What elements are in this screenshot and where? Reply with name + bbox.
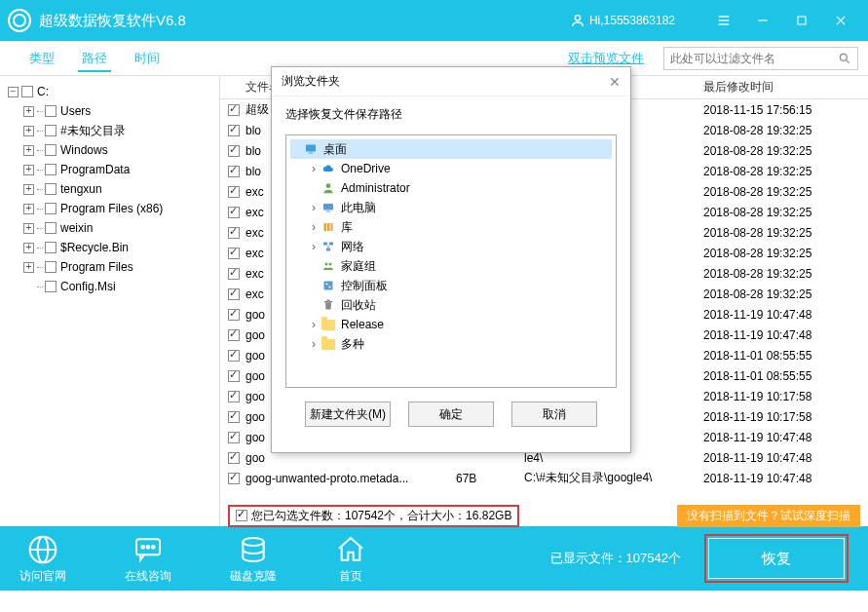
dialog-close-icon[interactable]: ✕ (609, 74, 621, 90)
row-checkbox[interactable] (228, 125, 240, 136)
tree-checkbox[interactable] (45, 281, 57, 292)
row-checkbox[interactable] (228, 248, 240, 259)
caret-icon[interactable]: › (308, 337, 320, 351)
row-checkbox[interactable] (228, 473, 240, 484)
row-checkbox[interactable] (228, 329, 240, 341)
folder-tree[interactable]: − C: +Users+#未知父目录+Windows+ProgramData+t… (0, 76, 220, 526)
tree-node[interactable]: +Users (19, 101, 215, 121)
tab-type[interactable]: 类型 (16, 41, 68, 76)
row-checkbox[interactable] (228, 207, 240, 218)
search-icon[interactable] (838, 52, 851, 65)
dialog-tree-node[interactable]: ›库 (308, 217, 612, 237)
row-checkbox[interactable] (228, 432, 240, 443)
tree-node[interactable]: +$Recycle.Bin (19, 238, 215, 257)
search-box[interactable] (663, 47, 858, 70)
dialog-tree-node[interactable]: 回收站 (308, 295, 612, 315)
expand-icon[interactable]: + (23, 106, 34, 117)
row-checkbox[interactable] (228, 227, 240, 239)
dialog-tree-node[interactable]: ›Release (308, 315, 612, 334)
caret-icon[interactable]: › (308, 162, 320, 175)
row-checkbox[interactable] (228, 391, 240, 402)
tree-checkbox[interactable] (45, 164, 57, 175)
expand-icon[interactable]: + (23, 184, 34, 195)
expand-icon[interactable]: + (23, 165, 34, 175)
file-row[interactable]: goog-unwanted-proto.metada...67BC:\#未知父目… (220, 468, 868, 488)
expand-icon[interactable]: + (23, 145, 34, 156)
dialog-tree-node[interactable]: 家庭组 (308, 256, 612, 276)
footer-home-button[interactable]: 首页 (335, 533, 366, 585)
tree-node[interactable]: +ProgramData (19, 160, 215, 179)
tree-checkbox[interactable] (45, 183, 57, 195)
caret-icon[interactable]: › (308, 318, 320, 331)
tree-checkbox[interactable] (45, 261, 57, 273)
expand-icon[interactable]: + (23, 223, 34, 234)
selection-checkbox[interactable] (236, 510, 247, 521)
tree-checkbox[interactable] (45, 125, 57, 136)
dialog-tree-node[interactable]: 控制面板 (308, 276, 612, 295)
expand-icon[interactable]: + (23, 126, 34, 136)
row-checkbox[interactable] (228, 350, 240, 362)
expand-icon[interactable]: + (23, 262, 34, 273)
footer-clone-button[interactable]: 磁盘克隆 (230, 533, 277, 585)
tree-checkbox[interactable] (45, 203, 57, 214)
dialog-tree-node[interactable]: ›OneDrive (308, 159, 612, 178)
deep-scan-link[interactable]: 没有扫描到文件？试试深度扫描 (677, 505, 860, 527)
row-checkbox[interactable] (228, 370, 240, 382)
user-info[interactable]: Hi,15553863182 (570, 13, 675, 28)
tree-node[interactable]: +Windows (19, 140, 215, 160)
row-checkbox[interactable] (228, 411, 240, 423)
tree-node[interactable]: +tengxun (19, 179, 215, 199)
expand-icon[interactable]: + (23, 204, 34, 214)
caret-icon[interactable]: › (308, 220, 320, 234)
close-button[interactable] (821, 0, 860, 41)
svg-rect-36 (327, 300, 330, 302)
dialog-folder-tree[interactable]: 桌面 ›OneDriveAdministrator›此电脑›库›网络家庭组控制面… (285, 134, 617, 388)
tree-node[interactable]: Config.Msi (19, 277, 215, 296)
preview-link[interactable]: 双击预览文件 (568, 50, 644, 67)
menu-icon[interactable] (704, 0, 743, 41)
dialog-tree-node[interactable]: Administrator (308, 178, 612, 198)
footer-chat-button[interactable]: 在线咨询 (125, 533, 171, 585)
dialog-titlebar[interactable]: 浏览文件夹 ✕ (272, 67, 630, 96)
tree-checkbox[interactable] (45, 144, 57, 156)
row-checkbox[interactable] (228, 309, 240, 321)
recover-button[interactable]: 恢复 (708, 538, 845, 579)
cancel-button[interactable]: 取消 (511, 402, 597, 427)
row-checkbox[interactable] (228, 268, 240, 280)
tree-checkbox[interactable] (45, 222, 57, 234)
ok-button[interactable]: 确定 (408, 402, 494, 427)
collapse-icon[interactable]: − (8, 87, 19, 97)
tree-node[interactable]: +Program Files (x86) (19, 199, 215, 218)
caret-icon[interactable]: › (308, 201, 320, 214)
tree-node[interactable]: +Program Files (19, 257, 215, 277)
row-checkbox[interactable] (228, 145, 240, 157)
tree-checkbox[interactable] (45, 105, 57, 117)
dialog-tree-node[interactable]: ›多种 (308, 334, 612, 354)
tree-node[interactable]: +#未知父目录 (19, 121, 215, 140)
row-checkbox[interactable] (228, 166, 240, 177)
dialog-tree-root[interactable]: 桌面 (290, 139, 612, 159)
footer-site-button[interactable]: 访问官网 (19, 533, 66, 585)
row-checkbox[interactable] (228, 452, 240, 464)
minimize-button[interactable] (743, 0, 782, 41)
search-input[interactable] (670, 52, 838, 65)
footer: 访问官网 在线咨询 磁盘克隆 首页 已显示文件：107542个 恢复 (0, 526, 868, 591)
caret-icon[interactable]: › (308, 240, 320, 253)
tree-node[interactable]: +weixin (19, 218, 215, 238)
tree-root[interactable]: − C: (4, 82, 215, 101)
tree-checkbox[interactable] (21, 86, 33, 97)
row-checkbox[interactable] (228, 186, 240, 198)
row-checkbox[interactable] (228, 104, 240, 116)
svg-point-8 (840, 54, 847, 60)
new-folder-button[interactable]: 新建文件夹(M) (305, 402, 391, 427)
maximize-button[interactable] (782, 0, 821, 41)
col-date[interactable]: 最后修改时间 (703, 79, 849, 96)
tab-path[interactable]: 路径 (68, 41, 121, 76)
globe-icon (27, 533, 58, 566)
dialog-tree-node[interactable]: ›网络 (308, 237, 612, 256)
dialog-tree-node[interactable]: ›此电脑 (308, 198, 612, 217)
tree-checkbox[interactable] (45, 242, 57, 253)
row-checkbox[interactable] (228, 288, 240, 300)
tab-time[interactable]: 时间 (121, 41, 173, 76)
expand-icon[interactable]: + (23, 243, 34, 253)
